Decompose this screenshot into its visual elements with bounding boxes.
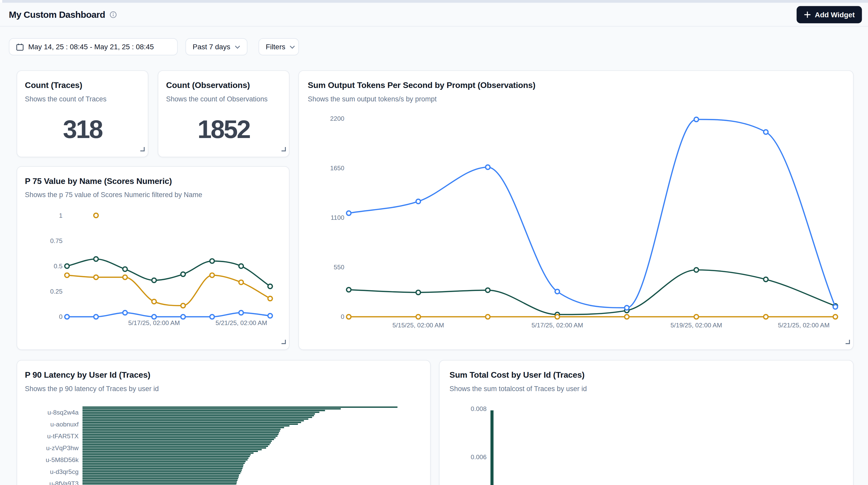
widget-subtitle: Shows the count of Observations (166, 95, 281, 103)
widget-subtitle: Shows the sum totalcost of Traces by use… (450, 385, 843, 393)
widget-title: P 90 Latency by User Id (Traces) (25, 369, 423, 380)
widget-title: Count (Observations) (166, 80, 281, 90)
svg-text:0.008: 0.008 (471, 405, 487, 412)
svg-text:5/17/25, 02:00 AM: 5/17/25, 02:00 AM (128, 320, 180, 326)
widget-card-count-traces: Count (Traces) Shows the count of Traces… (17, 70, 148, 157)
svg-text:5/19/25, 02:00 AM: 5/19/25, 02:00 AM (671, 322, 722, 329)
metric-value: 1852 (158, 114, 289, 144)
svg-text:u-d3qr5cg: u-d3qr5cg (50, 468, 79, 475)
add-widget-button[interactable]: Add Widget (797, 6, 862, 23)
toolbar: May 14, 25 : 08:45 - May 21, 25 : 08:45 … (9, 38, 299, 56)
app-header: My Custom Dashboard Add Widget (0, 3, 868, 27)
svg-text:5/21/25, 02:00 AM: 5/21/25, 02:00 AM (778, 322, 830, 329)
widget-card-cost: Sum Total Cost by User Id (Traces) Shows… (439, 360, 854, 485)
widget-card-latency: P 90 Latency by User Id (Traces) Shows t… (17, 360, 431, 485)
svg-text:0: 0 (59, 313, 63, 320)
widget-card-count-observations: Count (Observations) Shows the count of … (158, 70, 289, 157)
svg-text:0.25: 0.25 (50, 288, 63, 295)
top-strip (0, 0, 868, 3)
metric-value: 318 (17, 114, 148, 144)
svg-text:u-8fVa9T3: u-8fVa9T3 (49, 480, 79, 485)
scores-line-chart: 00.250.50.7515/17/25, 02:00 AM5/21/25, 0… (25, 205, 282, 338)
svg-text:2200: 2200 (330, 115, 344, 122)
svg-text:0.006: 0.006 (471, 454, 487, 460)
preset-label: Past 7 days (193, 42, 230, 51)
latency-bar-chart: u-8sq2w4au-aobnuxfu-tFAR5TXu-zVqP3hwu-5M… (25, 399, 429, 485)
svg-text:u-zVqP3hw: u-zVqP3hw (46, 445, 79, 451)
chevron-down-icon (235, 45, 240, 49)
resize-handle[interactable] (845, 337, 850, 347)
svg-text:u-5M8D56k: u-5M8D56k (45, 456, 79, 463)
svg-text:u-tFAR5TX: u-tFAR5TX (47, 433, 79, 439)
widget-subtitle: Shows the p 90 latency of Traces by user… (25, 385, 423, 393)
plus-icon (804, 11, 811, 18)
widget-title: Count (Traces) (25, 80, 140, 90)
widget-subtitle: Shows the count of Traces (25, 95, 140, 103)
svg-text:5/21/25, 02:00 AM: 5/21/25, 02:00 AM (216, 320, 267, 326)
filters-button[interactable]: Filters (259, 38, 299, 56)
dashboard-page: My Custom Dashboard Add Widget May 14, 2… (0, 0, 868, 485)
widget-title: Sum Output Tokens Per Second by Prompt (… (308, 80, 844, 90)
resize-handle[interactable] (281, 337, 286, 347)
widget-card-tokens: Sum Output Tokens Per Second by Prompt (… (298, 70, 854, 350)
info-icon[interactable] (110, 11, 117, 18)
chevron-down-icon (290, 45, 295, 49)
svg-text:550: 550 (334, 264, 344, 271)
time-preset-button[interactable]: Past 7 days (185, 38, 247, 56)
svg-text:0: 0 (341, 313, 344, 320)
svg-text:5/15/25, 02:00 AM: 5/15/25, 02:00 AM (393, 322, 444, 329)
add-widget-label: Add Widget (815, 10, 855, 19)
widget-title: Sum Total Cost by User Id (Traces) (450, 369, 843, 380)
date-range-button[interactable]: May 14, 25 : 08:45 - May 21, 25 : 08:45 (9, 38, 178, 56)
svg-text:1100: 1100 (331, 214, 344, 221)
svg-text:u-8sq2w4a: u-8sq2w4a (48, 409, 79, 416)
page-title: My Custom Dashboard (9, 9, 105, 20)
widget-subtitle: Shows the p 75 value of Scores Numeric f… (25, 191, 281, 200)
cost-bar-chart: 0.0080.006 (450, 399, 845, 485)
tokens-line-chart: 05501100165022005/15/25, 02:00 AM5/17/25… (308, 111, 845, 346)
svg-text:5/17/25, 02:00 AM: 5/17/25, 02:00 AM (531, 322, 583, 329)
resize-handle[interactable] (140, 144, 145, 154)
resize-handle[interactable] (281, 144, 286, 154)
widget-card-scores: P 75 Value by Name (Scores Numeric) Show… (17, 166, 289, 350)
svg-text:1650: 1650 (330, 164, 344, 172)
calendar-icon (16, 43, 24, 51)
svg-text:0.5: 0.5 (54, 263, 62, 270)
svg-text:1: 1 (59, 212, 63, 219)
widget-subtitle: Shows the sum output tokens/s by prompt (308, 95, 844, 103)
svg-text:0.75: 0.75 (50, 237, 63, 244)
svg-text:u-aobnuxf: u-aobnuxf (50, 421, 79, 428)
date-range-label: May 14, 25 : 08:45 - May 21, 25 : 08:45 (28, 42, 154, 51)
widget-title: P 75 Value by Name (Scores Numeric) (25, 176, 281, 186)
filters-label: Filters (266, 42, 285, 51)
top-strip-notch (0, 0, 2, 3)
